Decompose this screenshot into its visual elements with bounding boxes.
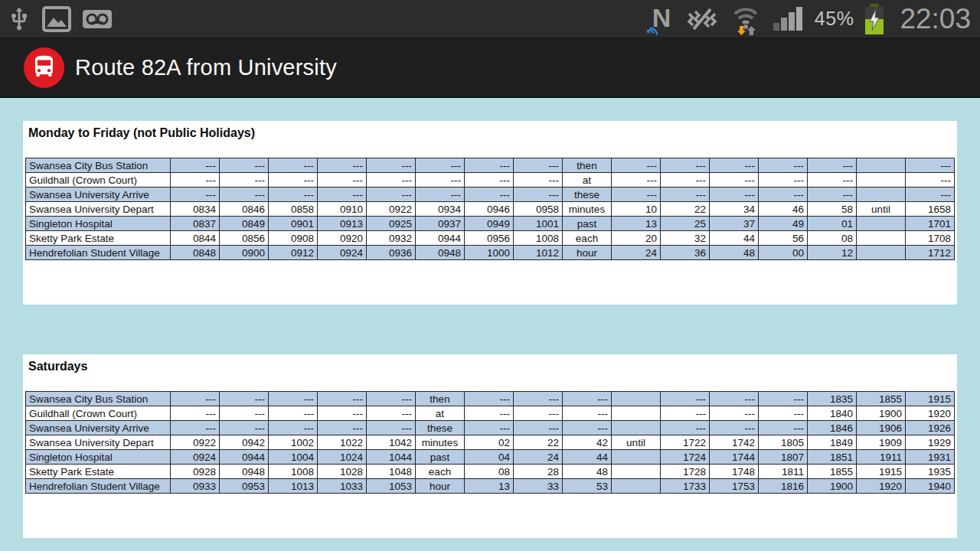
time-cell: 1835 (808, 392, 857, 406)
time-cell: 1849 (808, 435, 857, 450)
station-name-cell: Swansea University Arrive (26, 421, 171, 435)
weekday-timetable: Swansea City Bus Station----------------… (25, 158, 955, 260)
time-cell: --- (318, 158, 367, 173)
time-cell: --- (661, 158, 710, 173)
time-cell: 04 (465, 450, 514, 465)
time-cell (612, 421, 661, 435)
time-cell: 0846 (220, 202, 269, 217)
time-cell: --- (710, 187, 759, 202)
time-cell: 1816 (759, 479, 808, 494)
time-cell: 1024 (318, 450, 367, 465)
time-cell: 1807 (759, 450, 808, 465)
time-cell: --- (171, 187, 220, 202)
time-cell: 0933 (171, 479, 220, 494)
time-cell: 36 (661, 246, 710, 260)
time-cell: 24 (612, 246, 661, 260)
time-cell: 25 (661, 217, 710, 231)
time-cell: 1004 (269, 450, 318, 465)
time-cell: 48 (710, 246, 759, 260)
time-cell: 1033 (318, 479, 367, 494)
time-cell: 0946 (465, 202, 514, 217)
time-cell: 1044 (367, 450, 416, 465)
time-cell: 1008 (514, 231, 563, 246)
time-cell: --- (563, 392, 612, 406)
vibrate-off-icon (684, 5, 720, 34)
time-cell: 1911 (857, 450, 906, 465)
frequency-word-cell: until (857, 202, 906, 217)
time-cell: --- (367, 392, 416, 406)
station-name-cell: Hendrefolian Student Village (26, 246, 171, 260)
time-cell: 0910 (318, 202, 367, 217)
time-cell: 10 (612, 202, 661, 217)
time-cell: 0901 (269, 217, 318, 231)
time-cell: --- (906, 187, 955, 202)
gallery-icon (41, 5, 72, 34)
frequency-word-cell: past (563, 217, 612, 231)
frequency-word-cell: these (563, 187, 612, 202)
time-cell: 1724 (661, 450, 710, 465)
time-cell (612, 465, 661, 479)
time-cell: 1028 (318, 465, 367, 479)
time-cell: 0924 (318, 246, 367, 260)
time-cell: --- (220, 187, 269, 202)
time-cell: --- (220, 406, 269, 421)
time-cell: 24 (514, 450, 563, 465)
time-cell: --- (514, 173, 563, 187)
time-cell: --- (318, 173, 367, 187)
time-cell (612, 392, 661, 406)
time-cell: 1733 (661, 479, 710, 494)
table-row: Guildhall (Crown Court)---------------at… (26, 406, 955, 421)
time-cell: 1753 (710, 479, 759, 494)
time-cell: --- (710, 392, 759, 406)
table-row: Swansea City Bus Station---------------t… (26, 392, 955, 406)
time-cell: 42 (563, 435, 612, 450)
time-cell: 0942 (220, 435, 269, 450)
time-cell: --- (563, 421, 612, 435)
time-cell: --- (710, 173, 759, 187)
station-name-cell: Swansea University Depart (26, 202, 171, 217)
time-cell (857, 187, 906, 202)
time-cell: --- (514, 406, 563, 421)
weekday-timetable-panel: Monday to Friday (not Public Holidays) S… (23, 121, 957, 305)
timetable-viewport[interactable]: Monday to Friday (not Public Holidays) S… (0, 99, 980, 551)
time-cell: 0936 (367, 246, 416, 260)
app-header: Route 82A from University (0, 38, 980, 98)
page-title: Route 82A from University (75, 55, 337, 80)
time-cell: --- (416, 158, 465, 173)
time-cell: --- (318, 187, 367, 202)
time-cell: --- (220, 158, 269, 173)
time-cell (857, 217, 906, 231)
saturday-timetable-panel: Saturdays Swansea City Bus Station------… (23, 354, 957, 538)
time-cell: 1022 (318, 435, 367, 450)
table-row: Singleton Hospital0837084909010913092509… (26, 217, 955, 231)
time-cell: --- (465, 173, 514, 187)
time-cell: 01 (808, 217, 857, 231)
time-cell: 56 (759, 231, 808, 246)
time-cell: --- (318, 406, 367, 421)
time-cell: --- (220, 173, 269, 187)
time-cell: 1001 (514, 217, 563, 231)
time-cell: 1840 (808, 406, 857, 421)
station-name-cell: Hendrefolian Student Village (26, 479, 171, 494)
time-cell: --- (465, 406, 514, 421)
time-cell: --- (171, 392, 220, 406)
time-cell: 34 (710, 202, 759, 217)
station-name-cell: Swansea University Depart (26, 435, 171, 450)
time-cell: --- (269, 421, 318, 435)
time-cell: 46 (759, 202, 808, 217)
table-row: Swansea University Arrive---------------… (26, 421, 955, 435)
time-cell: --- (318, 421, 367, 435)
time-cell: 1000 (465, 246, 514, 260)
bus-icon (24, 47, 64, 88)
time-cell: 0837 (171, 217, 220, 231)
time-cell: 1658 (906, 202, 955, 217)
time-cell: --- (661, 187, 710, 202)
status-bar[interactable]: N (0, 0, 980, 38)
time-cell: 44 (710, 231, 759, 246)
time-cell: 48 (563, 465, 612, 479)
time-cell: --- (710, 158, 759, 173)
time-cell: 32 (661, 231, 710, 246)
time-cell: --- (514, 421, 563, 435)
time-cell: 0849 (220, 217, 269, 231)
wifi-updown-icon (729, 3, 763, 35)
